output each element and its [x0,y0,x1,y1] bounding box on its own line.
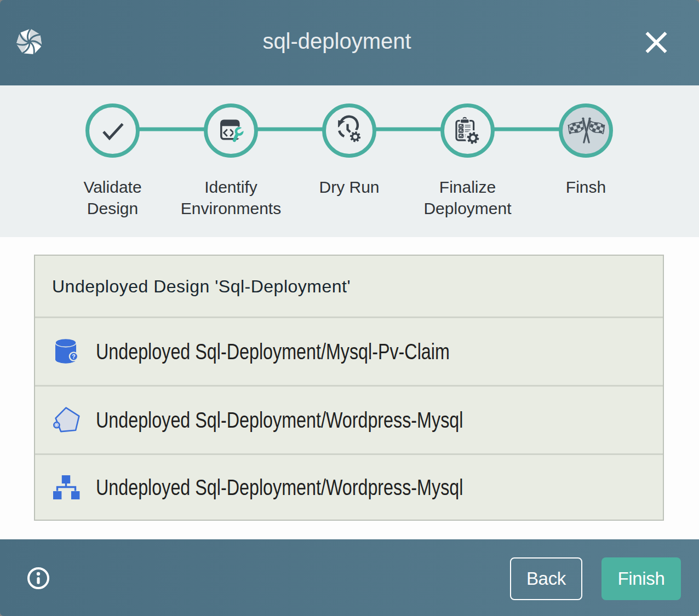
svg-text:?: ? [72,353,75,360]
